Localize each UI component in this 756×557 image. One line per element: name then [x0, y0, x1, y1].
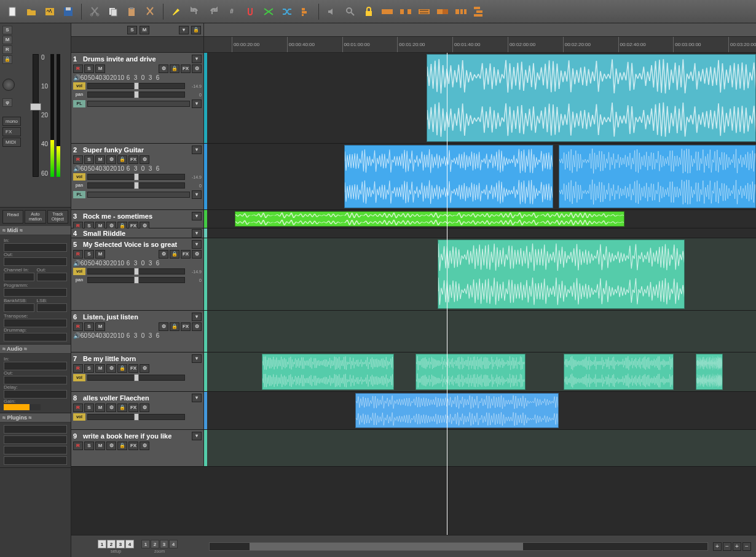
track-menu-button[interactable]: ▾	[192, 55, 202, 63]
range-tool-6-icon[interactable]	[471, 4, 487, 20]
track-r-button[interactable]: R	[73, 250, 83, 259]
audio-import-icon[interactable]	[42, 4, 58, 20]
midi-transpose[interactable]	[4, 319, 67, 327]
marker-menu-button[interactable]: ▾	[179, 26, 189, 34]
midi-bank-msb[interactable]	[4, 303, 34, 312]
track-lock-button[interactable]: 🔒	[117, 155, 127, 164]
audio-out-dropdown[interactable]	[4, 376, 67, 384]
track-extra-button[interactable]: ⚙	[159, 64, 168, 73]
track-lane[interactable]	[207, 238, 756, 310]
track-vol-slider[interactable]	[87, 174, 185, 180]
paste-icon[interactable]	[124, 4, 140, 20]
track-m-button[interactable]: M	[95, 364, 105, 373]
audio-clip[interactable]	[262, 354, 393, 390]
global-solo-button[interactable]: S	[127, 26, 137, 34]
folder-open-icon[interactable]	[23, 4, 39, 20]
track-lane[interactable]	[207, 228, 756, 238]
track-extra-button[interactable]: 🔒	[170, 64, 179, 73]
track-s-button[interactable]: S	[84, 442, 94, 450]
hzoom-in-button[interactable]: +	[733, 542, 741, 551]
master-lock-button[interactable]: 🔒	[2, 55, 12, 64]
setup-preset-4[interactable]: 4	[125, 540, 134, 548]
fx-button[interactable]: FX	[2, 127, 21, 136]
track-plugin-button[interactable]: ⚙	[140, 155, 149, 164]
track-extra-button[interactable]: ⚙	[159, 322, 168, 331]
track-pan-slider[interactable]	[87, 277, 185, 283]
track-s-button[interactable]: S	[84, 250, 94, 259]
plugin-slot-2[interactable]	[4, 435, 67, 444]
range-tool-5-icon[interactable]	[453, 4, 469, 20]
crossfade-icon[interactable]	[261, 4, 277, 20]
zoom-preset-2[interactable]: 2	[151, 540, 159, 548]
track-vol-slider[interactable]	[87, 268, 185, 275]
track-lane[interactable]	[207, 144, 756, 209]
mono-button[interactable]: mono	[2, 117, 21, 126]
file-new-icon[interactable]	[5, 4, 21, 20]
track-header[interactable]: 1Drums invite and drive▾RSM⚙🔒FX⚙🔊6050403…	[71, 53, 204, 143]
master-solo-button[interactable]: S	[2, 26, 12, 34]
track-r-button[interactable]: R	[73, 403, 83, 412]
track-menu-button[interactable]: ▾	[192, 354, 202, 363]
range-tool-3-icon[interactable]	[416, 4, 432, 20]
track-gear-button[interactable]: ⚙	[106, 155, 116, 164]
lock-tool-icon[interactable]	[361, 4, 377, 20]
setup-preset-3[interactable]: 3	[116, 540, 125, 548]
track-plugin-button[interactable]: ⚙	[140, 403, 149, 412]
track-m-button[interactable]: M	[95, 64, 105, 73]
time-ruler[interactable]: 00:00:20:0000:00:40:0000:01:00:0000:01:2…	[71, 37, 756, 53]
vzoom-out-button[interactable]: −	[723, 542, 731, 551]
audio-section-header[interactable]: ≈ Audio ≈	[0, 345, 71, 354]
master-phase-button[interactable]: φ	[2, 98, 12, 107]
hzoom-out-button[interactable]: −	[742, 542, 751, 551]
marker-lock-button[interactable]: 🔒	[191, 26, 201, 34]
plugin-slot-3[interactable]	[4, 446, 67, 454]
track-header[interactable]: 6Listen, just listen▾RSM⚙🔒FX⚙🔊6050403020…	[71, 311, 204, 352]
track-r-button[interactable]: R	[73, 364, 83, 373]
audio-clip[interactable]	[559, 145, 756, 208]
midi-channel-out-dropdown[interactable]	[37, 273, 68, 281]
track-extra-button[interactable]: 🔒	[170, 250, 179, 259]
plugins-section-header[interactable]: ≈ Plugins ≈	[0, 413, 71, 423]
mute-tool-icon[interactable]	[324, 4, 340, 20]
midi-drummap[interactable]	[4, 333, 67, 341]
track-m-button[interactable]: M	[95, 322, 105, 331]
align-icon[interactable]	[297, 4, 313, 20]
plugin-slot-1[interactable]	[4, 425, 67, 434]
undo-icon[interactable]	[187, 4, 203, 20]
range-tool-4-icon[interactable]	[435, 4, 451, 20]
track-fx-button[interactable]: FX	[128, 364, 138, 373]
track-extra-button[interactable]: FX	[181, 250, 191, 259]
track-menu-button[interactable]: ▾	[192, 229, 202, 238]
pl-menu-button[interactable]: ▾	[192, 99, 202, 108]
master-rec-button[interactable]: R	[2, 45, 12, 54]
track-r-button[interactable]: R	[73, 442, 83, 450]
track-s-button[interactable]: S	[84, 403, 94, 412]
read-tab[interactable]: Read	[2, 210, 23, 224]
track-lane[interactable]	[207, 53, 756, 143]
audio-clip[interactable]	[427, 54, 756, 142]
track-r-button[interactable]: R	[73, 322, 83, 331]
snap-icon[interactable]	[242, 4, 258, 20]
track-pl-dropdown[interactable]	[87, 101, 190, 107]
track-gear-button[interactable]: ⚙	[106, 403, 116, 412]
track-header[interactable]: 7Be my little horn▾RSM⚙🔒FX⚙vol	[71, 353, 204, 391]
track-m-button[interactable]: M	[95, 155, 105, 164]
track-header[interactable]: 9write a book here if you like▾RSM⚙🔒FX⚙	[71, 430, 204, 466]
master-mute-button[interactable]: M	[2, 36, 12, 44]
grid-icon[interactable]: #	[224, 4, 240, 20]
track-pan-slider[interactable]	[87, 182, 185, 189]
track-lane[interactable]	[207, 392, 756, 429]
track-extra-button[interactable]: ⚙	[192, 250, 202, 259]
range-tool-1-icon[interactable]	[379, 4, 395, 20]
midi-lsb[interactable]	[37, 303, 68, 312]
track-extra-button[interactable]: ⚙	[192, 322, 202, 331]
track-extra-button[interactable]: ⚙	[159, 250, 168, 259]
plugin-slot-4[interactable]	[4, 456, 67, 465]
master-pan-knob[interactable]	[2, 79, 15, 91]
midi-program-dropdown[interactable]	[4, 288, 67, 297]
horizontal-scrollbar[interactable]	[209, 542, 708, 551]
midi-in-dropdown[interactable]	[4, 243, 67, 252]
audio-clip[interactable]	[564, 354, 674, 390]
track-menu-button[interactable]: ▾	[192, 240, 202, 249]
track-extra-button[interactable]: 🔒	[170, 322, 179, 331]
